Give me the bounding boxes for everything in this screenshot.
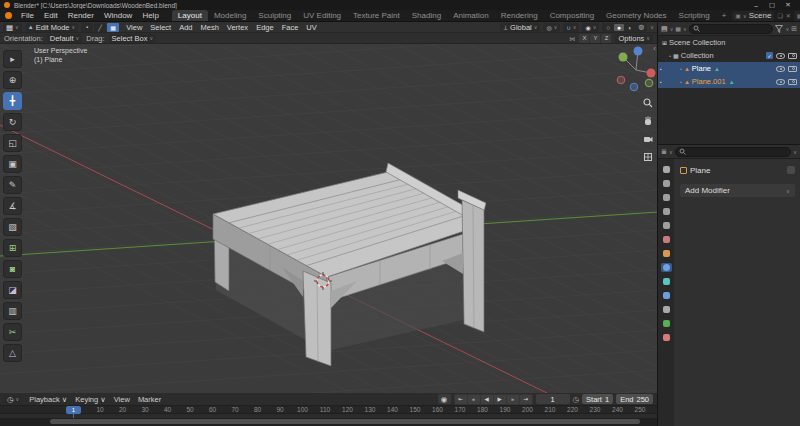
- add-modifier-button[interactable]: Add Modifier ∨: [680, 184, 795, 197]
- render-camera-icon[interactable]: [788, 53, 797, 59]
- timeline-scrollbar[interactable]: [0, 418, 657, 426]
- expander-icon[interactable]: •: [680, 66, 682, 72]
- viewport-menu-edge[interactable]: Edge: [252, 23, 278, 32]
- workspace-tab-modeling[interactable]: Modeling: [208, 10, 252, 21]
- transform-orientation-dropdown[interactable]: ⊥ Global ∨: [500, 23, 541, 32]
- outliner-row-plane[interactable]: ▪•▲Plane▲: [658, 62, 800, 75]
- menu-window[interactable]: Window: [99, 11, 137, 20]
- pivot-point-dropdown[interactable]: ◎ ∨: [543, 23, 560, 32]
- viewport-canvas[interactable]: User Perspective (1) Plane ▸⊕╋↻◱▣✎∡▧⊞◙◪▥…: [0, 44, 657, 393]
- wooden-bed-model[interactable]: [213, 163, 486, 366]
- tool-poly-build[interactable]: △: [3, 344, 22, 362]
- workspace-tab-animation[interactable]: Animation: [447, 10, 495, 21]
- current-frame-field[interactable]: 1: [536, 394, 570, 404]
- viewport-menu-select[interactable]: Select: [146, 23, 175, 32]
- jump-to-end-button[interactable]: ⇥: [520, 395, 532, 404]
- tool-move[interactable]: ╋: [3, 92, 22, 110]
- select-mode-face[interactable]: ▦: [107, 23, 119, 32]
- tool-tweak-select[interactable]: ▸: [3, 50, 22, 68]
- editor-type-button[interactable]: ▦ ∨: [3, 23, 22, 32]
- timeline-menu-marker[interactable]: Marker: [134, 395, 165, 404]
- snap-toggle[interactable]: ∪ ∨: [563, 23, 579, 32]
- expander-icon[interactable]: •: [669, 53, 671, 59]
- preview-range-icon[interactable]: ◷: [573, 395, 580, 404]
- shading-wireframe[interactable]: ○: [603, 24, 613, 31]
- render-camera-icon[interactable]: [788, 66, 797, 72]
- blender-menu-icon[interactable]: [5, 12, 12, 19]
- mirror-toggle-y[interactable]: Y: [590, 34, 600, 43]
- tool-rotate[interactable]: ↻: [3, 113, 22, 131]
- workspace-tab-layout[interactable]: Layout: [172, 10, 208, 21]
- mirror-toggle-x[interactable]: X: [579, 34, 589, 43]
- viewport-menu-mesh[interactable]: Mesh: [197, 23, 223, 32]
- properties-search-input[interactable]: [675, 147, 792, 157]
- filter-funnel-icon[interactable]: [775, 25, 783, 33]
- workspace-tab-geometry-nodes[interactable]: Geometry Nodes: [600, 10, 672, 21]
- timeline-menu-playback[interactable]: Playback ∨: [25, 395, 71, 404]
- workspace-tab-shading[interactable]: Shading: [406, 10, 447, 21]
- properties-editor-icon[interactable]: ≣: [661, 148, 667, 156]
- properties-tab-render[interactable]: [661, 179, 672, 188]
- maximize-button[interactable]: ▢: [764, 1, 780, 9]
- properties-tab-scene[interactable]: [661, 221, 672, 230]
- viewport-menu-add[interactable]: Add: [175, 23, 196, 32]
- menu-file[interactable]: File: [16, 11, 39, 20]
- camera-view-icon[interactable]: [643, 134, 653, 144]
- tool-loop-cut[interactable]: ▥: [3, 302, 22, 320]
- properties-tab-tool[interactable]: [661, 165, 672, 174]
- tool-transform[interactable]: ▣: [3, 155, 22, 173]
- viewlayer-selector[interactable]: ▦ ∨ ViewLayer: [794, 11, 800, 21]
- menu-render[interactable]: Render: [63, 11, 99, 20]
- tool-add-cube[interactable]: ▧: [3, 218, 22, 236]
- properties-tab-object[interactable]: [661, 249, 672, 258]
- unlink-scene-icon[interactable]: ✕: [786, 12, 791, 19]
- workspace-tab-+[interactable]: +: [716, 10, 733, 21]
- shading-solid[interactable]: ●: [614, 24, 624, 31]
- next-keyframe-button[interactable]: »: [507, 395, 519, 404]
- timeline-editor-type-button[interactable]: ◷ ∨: [4, 395, 22, 404]
- timeline-ruler[interactable]: 1 10203040506070809010011012013014015016…: [0, 406, 657, 414]
- timeline-menu-view[interactable]: View: [110, 395, 134, 404]
- workspace-tab-compositing[interactable]: Compositing: [544, 10, 600, 21]
- frame-end-field[interactable]: End 250: [616, 394, 653, 404]
- properties-tab-particles[interactable]: [661, 277, 672, 286]
- viewport-menu-uv[interactable]: UV: [302, 23, 320, 32]
- copy-scene-icon[interactable]: ❏: [777, 12, 782, 19]
- jump-to-start-button[interactable]: ⇤: [455, 395, 467, 404]
- menu-edit[interactable]: Edit: [39, 11, 63, 20]
- chevron-down-icon[interactable]: ∨: [793, 149, 797, 155]
- proportional-edit-dropdown[interactable]: ◉ ∨: [582, 23, 599, 32]
- workspace-tab-texture-paint[interactable]: Texture Paint: [347, 10, 406, 21]
- tool-scale[interactable]: ◱: [3, 134, 22, 152]
- minimize-button[interactable]: –: [748, 2, 764, 9]
- previous-keyframe-button[interactable]: «: [468, 395, 480, 404]
- properties-tab-output[interactable]: [661, 193, 672, 202]
- mode-dropdown[interactable]: ▲ Edit Mode ∨: [25, 23, 78, 32]
- play-button[interactable]: ▶: [494, 395, 506, 404]
- tool-annotate[interactable]: ✎: [3, 176, 22, 194]
- select-mode-vertex[interactable]: ▪: [81, 23, 93, 32]
- outliner-row-plane-001[interactable]: ▪•▲Plane.001▲: [658, 75, 800, 88]
- zoom-icon[interactable]: [643, 98, 653, 108]
- drag-dropdown[interactable]: Select Box ∨: [109, 34, 157, 43]
- scene-selector[interactable]: ▣ ∨ Scene: [732, 11, 774, 21]
- tool-extrude-region[interactable]: ⊞: [3, 239, 22, 257]
- workspace-tab-uv-editing[interactable]: UV Editing: [297, 10, 347, 21]
- sidebar-collapse-arrow[interactable]: ‹: [653, 44, 656, 53]
- orientation-dropdown[interactable]: Default ∨: [47, 34, 82, 43]
- tool-inset-faces[interactable]: ◙: [3, 260, 22, 278]
- display-mode-icon[interactable]: ▦: [675, 25, 681, 32]
- outliner-search-input[interactable]: [689, 24, 774, 34]
- viewport-menu-face[interactable]: Face: [278, 23, 303, 32]
- render-camera-icon[interactable]: [788, 79, 797, 85]
- tool-measure[interactable]: ∡: [3, 197, 22, 215]
- frame-start-field[interactable]: Start 1: [582, 394, 613, 404]
- workspace-tab-sculpting[interactable]: Sculpting: [252, 10, 297, 21]
- play-reverse-button[interactable]: ◀: [481, 395, 493, 404]
- timeline-scrollbar-thumb[interactable]: [50, 419, 640, 424]
- properties-tab-material[interactable]: [661, 333, 672, 342]
- tool-knife[interactable]: ✂: [3, 323, 22, 341]
- close-button[interactable]: ✕: [780, 1, 796, 9]
- outliner-row-scene collection[interactable]: ⊞Scene Collection: [658, 36, 800, 49]
- ortho-toggle-icon[interactable]: [643, 152, 653, 162]
